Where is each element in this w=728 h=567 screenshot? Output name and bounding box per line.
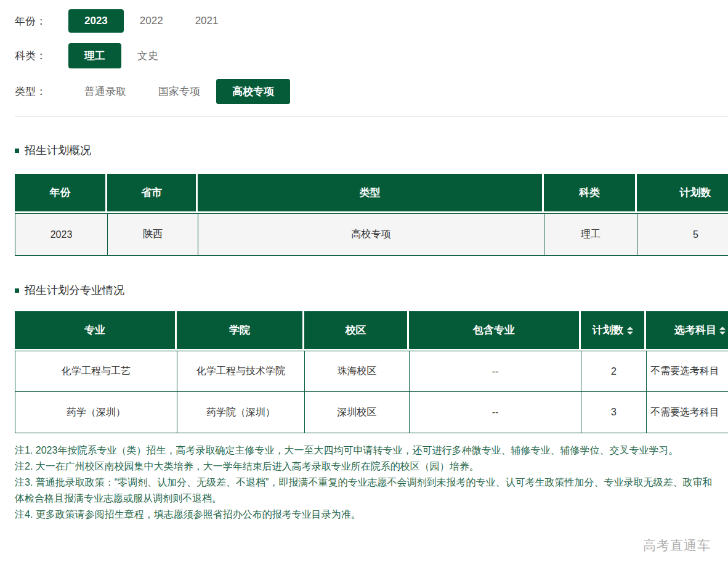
section-title-text: 招生计划概况 xyxy=(25,143,91,158)
cell-school: 化学工程与技术学院 xyxy=(177,351,304,392)
cell-year: 2023 xyxy=(15,213,107,256)
table-header-row: 专业 学院 校区 包含专业 计划数 选考科目 xyxy=(15,311,728,351)
cell-included-majors: -- xyxy=(409,392,581,433)
filter-row-category: 科类： 理工 文史 xyxy=(15,43,728,68)
table-row: 药学（深圳） 药学院（深圳） 深圳校区 -- 3 不需要选考科目 xyxy=(15,392,728,433)
col-header-category: 科类 xyxy=(544,174,637,213)
cell-plan-count: 3 xyxy=(581,392,646,433)
sort-icon xyxy=(627,327,633,335)
filter-options-type: 普通录取 国家专项 高校专项 xyxy=(68,79,290,104)
cell-major: 化学工程与工艺 xyxy=(15,351,177,392)
cell-category: 理工 xyxy=(544,213,637,256)
category-option-science[interactable]: 理工 xyxy=(68,43,121,68)
plan-overview-table-wrap: 年份 省市 类型 科类 计划数 2023 陕西 高校专项 理工 5 xyxy=(15,174,728,256)
col-header-included-majors: 包含专业 xyxy=(409,311,581,351)
filter-label-category: 科类： xyxy=(15,49,68,63)
section-title-plan-by-major: 招生计划分专业情况 xyxy=(15,283,728,298)
filters-divider xyxy=(15,116,728,116)
col-header-exam-subjects-sortable[interactable]: 选考科目 xyxy=(646,311,728,351)
table-row: 2023 陕西 高校专项 理工 5 xyxy=(15,213,728,256)
col-header-year: 年份 xyxy=(15,174,107,213)
filter-label-year: 年份： xyxy=(15,14,68,28)
year-option-2023[interactable]: 2023 xyxy=(68,9,124,33)
filter-label-type: 类型： xyxy=(15,84,68,99)
table-header-row: 年份 省市 类型 科类 计划数 xyxy=(15,174,728,213)
cell-exam-subjects: 不需要选考科目 xyxy=(646,392,728,433)
cell-province: 陕西 xyxy=(107,213,198,256)
type-option-university-special[interactable]: 高校专项 xyxy=(216,79,290,104)
note-2: 注2. 大一在广州校区南校园集中大类培养，大一学年结束后进入高考录取专业所在院系… xyxy=(15,459,717,475)
cell-school: 药学院（深圳） xyxy=(177,392,304,433)
cell-campus: 深圳校区 xyxy=(304,392,409,433)
section-title-text: 招生计划分专业情况 xyxy=(25,283,124,298)
cell-major: 药学（深圳） xyxy=(15,392,177,433)
table-row: 化学工程与工艺 化学工程与技术学院 珠海校区 -- 2 不需要选考科目 xyxy=(15,351,728,392)
square-bullet-icon xyxy=(15,149,19,153)
type-option-regular[interactable]: 普通录取 xyxy=(68,79,142,104)
year-option-2021[interactable]: 2021 xyxy=(179,9,235,33)
cell-plan-count: 5 xyxy=(637,213,728,256)
col-header-campus: 校区 xyxy=(304,311,409,351)
cell-included-majors: -- xyxy=(409,351,581,392)
note-3: 注3. 普通批录取政策：“零调剂、认加分、无级差、不退档”，即报满不重复的专业志… xyxy=(15,475,717,507)
filter-options-year: 2023 2022 2021 xyxy=(68,9,234,33)
filter-row-year: 年份： 2023 2022 2021 xyxy=(15,9,728,33)
notes-block: 注1. 2023年按院系专业（类）招生，高考录取确定主修专业，大一至大四均可申请… xyxy=(15,443,717,523)
note-4: 注4. 更多政策请参阅招生章程，填志愿须参照省招办公布的报考专业目录为准。 xyxy=(15,507,717,523)
col-header-school: 学院 xyxy=(177,311,304,351)
cell-plan-count: 2 xyxy=(581,351,646,392)
section-title-plan-overview: 招生计划概况 xyxy=(15,143,728,158)
col-header-plan-count: 计划数 xyxy=(637,174,728,213)
filter-row-type: 类型： 普通录取 国家专项 高校专项 xyxy=(15,79,728,104)
category-option-liberal-arts[interactable]: 文史 xyxy=(121,43,174,68)
col-header-label: 选考科目 xyxy=(674,324,716,336)
col-header-type: 类型 xyxy=(198,174,544,213)
type-option-national-special[interactable]: 国家专项 xyxy=(142,79,216,104)
plan-by-major-table-wrap: 专业 学院 校区 包含专业 计划数 选考科目 化学工程与工艺 化学工程与技术学院 xyxy=(15,311,728,433)
cell-type: 高校专项 xyxy=(198,213,544,256)
col-header-label: 计划数 xyxy=(593,324,624,336)
col-header-major: 专业 xyxy=(15,311,177,351)
square-bullet-icon xyxy=(15,288,19,293)
watermark-text: 高考直通车 xyxy=(643,537,711,554)
sort-icon xyxy=(719,327,726,335)
admission-plan-page: 年份： 2023 2022 2021 科类： 理工 文史 类型： 普通录取 国家… xyxy=(0,0,728,523)
year-option-2022[interactable]: 2022 xyxy=(124,9,179,33)
col-header-province: 省市 xyxy=(107,174,198,213)
plan-overview-table: 年份 省市 类型 科类 计划数 2023 陕西 高校专项 理工 5 xyxy=(15,174,728,256)
filter-options-category: 理工 文史 xyxy=(68,43,174,68)
col-header-plan-count-sortable[interactable]: 计划数 xyxy=(581,311,646,351)
cell-exam-subjects: 不需要选考科目 xyxy=(646,351,728,392)
note-1: 注1. 2023年按院系专业（类）招生，高考录取确定主修专业，大一至大四均可申请… xyxy=(15,443,717,459)
plan-by-major-table: 专业 学院 校区 包含专业 计划数 选考科目 化学工程与工艺 化学工程与技术学院 xyxy=(15,311,728,433)
cell-campus: 珠海校区 xyxy=(304,351,409,392)
